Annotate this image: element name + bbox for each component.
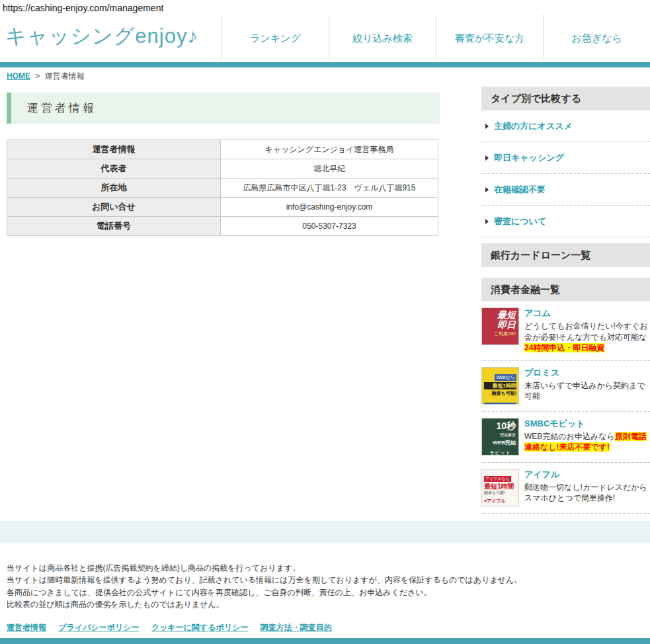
footer-link-operator-info[interactable]: 運営者情報: [7, 623, 46, 632]
disclaimer-line: 各商品につきましては、提供会社の公式サイトにて内容を再度確認し、ご自身の判断、責…: [7, 586, 643, 599]
sidebar-header-compare-by-type: タイプ別で比較する: [481, 87, 650, 110]
banner-text: モビット: [485, 450, 516, 456]
banner-text: ♥アイフル: [484, 498, 506, 504]
page-title: 運営者情報: [7, 93, 440, 124]
banner-stripe: [484, 403, 516, 405]
nav-item-in-a-hurry[interactable]: お急ぎなら: [543, 14, 650, 62]
ad-description: 郵送物一切なし!カードレスだからスマホひとつで簡単操作!: [524, 482, 650, 504]
ad-item-smbc-mobit: 10秒 簡易審査 WEB完結 モビット SMBCモビット WEB完結のお申込みな…: [481, 412, 650, 463]
table-row: 代表者 堀北早紀: [7, 159, 438, 179]
row-label: 運営者情報: [7, 140, 221, 159]
sidebar-item-housewife[interactable]: 主婦の方にオススメ: [481, 110, 650, 142]
banner-text: 最短: [485, 310, 516, 320]
banner-text: 即日: [485, 320, 516, 330]
disclaimer-line: 当サイトは商品各社と提携(広告掲載契約を締結)し商品の掲載を行っております。: [7, 562, 643, 575]
disclaimer-line: 比較表の並び順は商品の優劣を示したものではありません。: [7, 598, 643, 611]
breadcrumb-separator: >: [35, 71, 40, 81]
acom-banner-image[interactable]: 最短 即日 ご利用OK!: [481, 307, 519, 345]
ad-body: アコム どうしてもお金借りたい!今すぐお金が必要!そんな方でも対応可能な24時間…: [524, 307, 650, 354]
ad-link-smbc-mobit[interactable]: SMBCモビット: [524, 418, 650, 430]
ad-desc-text: 郵送物一切なし!カードレスだからスマホひとつで簡単操作!: [524, 483, 647, 503]
ad-link-aiful[interactable]: アイフル: [524, 469, 650, 481]
ad-description: 来店いらずで申込みから契約まで可能: [524, 380, 650, 402]
banner-text: 10秒: [496, 421, 516, 431]
sidebar-item-label: 審査について: [494, 216, 546, 227]
footer-link-cookie-policy[interactable]: クッキーに関するポリシー: [151, 623, 249, 632]
smbc-mobit-banner-image[interactable]: 10秒 簡易審査 WEB完結 モビット: [481, 418, 519, 456]
row-value: キャッシングエンジョイ運営事務局: [221, 140, 438, 159]
banner-text: 最短1時間: [484, 483, 516, 490]
row-value: 広島県広島市中区八丁堀1-23 ヴェル八丁堀915: [221, 179, 438, 198]
ad-desc-text: WEB完結のお申込みなら: [524, 432, 615, 441]
footer-top-band: [0, 521, 650, 543]
sidebar-item-about-screening[interactable]: 審査について: [481, 206, 650, 237]
arrow-right-icon: [485, 155, 489, 161]
ad-desc-highlight: 24時間申込・即日融資: [524, 343, 604, 352]
arrow-right-icon: [485, 124, 489, 129]
breadcrumb: HOME > 運営者情報: [0, 67, 650, 84]
row-value: info@cashing-enjoy.com: [221, 198, 438, 217]
breadcrumb-current: 運営者情報: [45, 71, 85, 81]
header-accent-bar: [0, 62, 650, 67]
sidebar-header-consumer-finance: 消費者金融一覧: [481, 278, 650, 302]
nav-item-ranking[interactable]: ランキング: [222, 14, 329, 62]
ad-item-promise: Webなら 最短1時間 融資も可能! プロミス 来店いらずで申込みから契約まで可…: [481, 361, 650, 412]
bottom-accent-bar: [0, 638, 650, 644]
row-label: お問い合せ: [7, 198, 221, 217]
operator-info-table: 運営者情報 キャッシングエンジョイ運営事務局 代表者 堀北早紀 所在地 広島県広…: [7, 140, 438, 236]
sidebar-item-label: 在籍確認不要: [494, 184, 546, 196]
sidebar-item-same-day-cashing[interactable]: 即日キャッシング: [481, 142, 650, 174]
banner-text: Webなら: [495, 374, 516, 381]
ad-body: アイフル 郵送物一切なし!カードレスだからスマホひとつで簡単操作!: [524, 469, 650, 506]
row-value: 堀北早紀: [221, 159, 438, 179]
page: https://cashing-enjoy.com/management キャッ…: [0, 0, 650, 644]
banner-text: アイフルなら: [484, 476, 511, 482]
ad-description: どうしてもお金借りたい!今すぐお金が必要!そんな方でも対応可能な24時間申込・即…: [524, 321, 650, 354]
banner-text: 最短1時間: [484, 382, 516, 389]
table-row: 所在地 広島県広島市中区八丁堀1-23 ヴェル八丁堀915: [7, 179, 438, 198]
arrow-right-icon: [485, 187, 489, 192]
table-row: 電話番号 050-5307-7323: [7, 217, 438, 236]
ad-link-promise[interactable]: プロミス: [524, 367, 650, 379]
sidebar-item-label: 主婦の方にオススメ: [494, 120, 573, 132]
banner-text: ご利用OK!: [485, 331, 516, 337]
sidebar: タイプ別で比較する 主婦の方にオススメ 即日キャッシング 在籍確認不要 審査につ…: [481, 87, 650, 514]
row-label: 電話番号: [7, 217, 221, 236]
footer-links: 運営者情報 プライバシーポリシー クッキーに関するポリシー 調査方法・調査目的: [7, 622, 643, 633]
main-column: 運営者情報 運営者情報 キャッシングエンジョイ運営事務局 代表者 堀北早紀 所在…: [7, 84, 440, 514]
arrow-right-icon: [485, 219, 489, 224]
breadcrumb-home-link[interactable]: HOME: [7, 71, 30, 81]
footer-link-survey-method[interactable]: 調査方法・調査目的: [261, 623, 332, 632]
row-label: 所在地: [7, 179, 221, 198]
nav-item-worried-screening[interactable]: 審査が不安な方: [436, 14, 543, 62]
ad-body: SMBCモビット WEB完結のお申込みなら原則電話連絡なし!来店不要です!: [524, 418, 650, 456]
row-label: 代表者: [7, 159, 221, 179]
ad-item-acom: 最短 即日 ご利用OK! アコム どうしてもお金借りたい!今すぐお金が必要!そん…: [481, 302, 650, 361]
sidebar-header-bank-card-loans: 銀行カードローン一覧: [481, 243, 650, 267]
ad-desc-text: どうしてもお金借りたい!今すぐお金が必要!そんな方でも対応可能な: [524, 321, 648, 342]
banner-text: 融資も可能!: [484, 490, 516, 496]
sidebar-item-no-employment-check[interactable]: 在籍確認不要: [481, 174, 650, 206]
ad-desc-text: 来店いらずで申込みから契約まで可能: [524, 381, 645, 401]
banner-text: 簡易審査: [485, 432, 516, 438]
site-logo[interactable]: キャッシングenjoy♪: [5, 22, 198, 50]
nav-item-filter-search[interactable]: 絞り込み検索: [329, 14, 436, 62]
main-nav: ランキング 絞り込み検索 審査が不安な方 お急ぎなら: [222, 14, 650, 62]
ad-body: プロミス 来店いらずで申込みから契約まで可能: [524, 367, 650, 405]
footer: 当サイトは商品各社と提携(広告掲載契約を締結)し商品の掲載を行っております。 当…: [0, 543, 650, 644]
sidebar-item-label: 即日キャッシング: [494, 152, 564, 164]
disclaimer-line: 当サイトは随時最新情報を提供するよう努めており、記載されている情報には万全を期し…: [7, 574, 643, 586]
ad-link-acom[interactable]: アコム: [524, 307, 650, 319]
table-row: お問い合せ info@cashing-enjoy.com: [7, 198, 438, 217]
promise-banner-image[interactable]: Webなら 最短1時間 融資も可能!: [481, 367, 519, 405]
site-header: キャッシングenjoy♪ ランキング 絞り込み検索 審査が不安な方 お急ぎなら: [0, 16, 650, 62]
banner-text: WEB完結: [485, 439, 516, 446]
footer-link-privacy-policy[interactable]: プライバシーポリシー: [58, 623, 139, 632]
aiful-banner-image[interactable]: アイフルなら 最短1時間 融資も可能! ♥アイフル: [481, 469, 519, 506]
ad-description: WEB完結のお申込みなら原則電話連絡なし!来店不要です!: [524, 431, 650, 453]
ad-item-aiful: アイフルなら 最短1時間 融資も可能! ♥アイフル アイフル 郵送物一切なし!カ…: [481, 463, 650, 514]
row-value: 050-5307-7323: [221, 217, 438, 236]
banner-text: 融資も可能!: [484, 390, 516, 397]
content-area: 運営者情報 運営者情報 キャッシングエンジョイ運営事務局 代表者 堀北早紀 所在…: [0, 84, 650, 514]
table-row: 運営者情報 キャッシングエンジョイ運営事務局: [7, 140, 438, 159]
